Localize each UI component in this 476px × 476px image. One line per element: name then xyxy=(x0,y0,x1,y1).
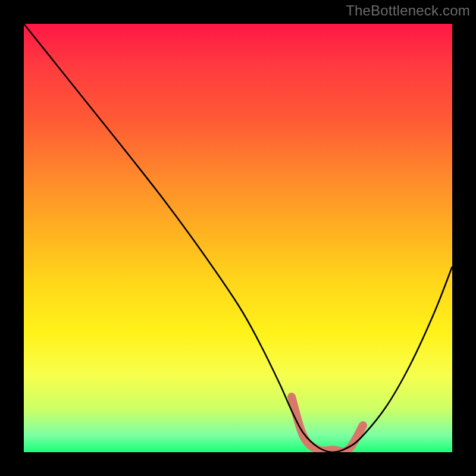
watermark-text: TheBottleneck.com xyxy=(346,2,470,19)
bottleneck-curve xyxy=(24,24,452,452)
plot-area xyxy=(24,24,452,452)
chart-frame: TheBottleneck.com xyxy=(0,0,476,476)
